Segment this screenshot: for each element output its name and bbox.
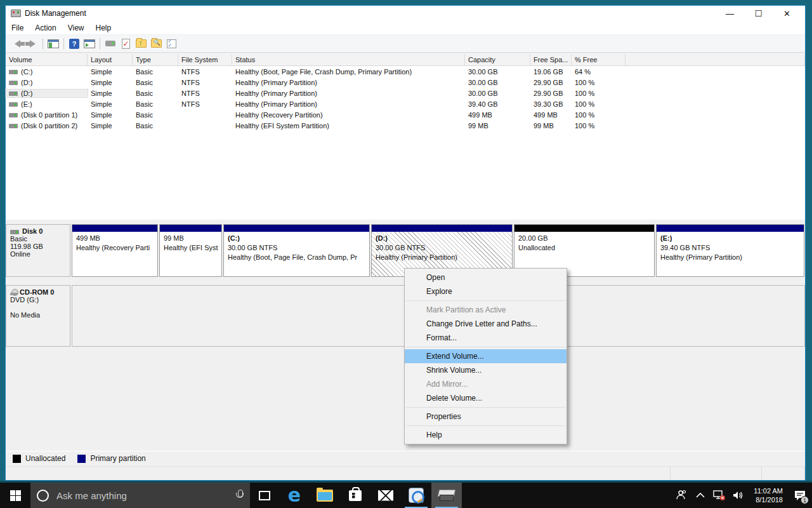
edge-taskbar-button[interactable]: e [279,483,310,508]
volume-icon [9,113,18,117]
partition-c[interactable]: (C:) 30.00 GB NTFS Healthy (Boot, Page F… [223,224,370,277]
table-row-selected[interactable]: (D:) Simple Basic NTFS Healthy (Primary … [6,88,805,98]
store-taskbar-button[interactable] [340,483,370,508]
clock-date: 8/1/2018 [754,495,783,504]
minimize-button[interactable]: — [716,6,744,21]
windows-logo-icon [10,490,21,501]
volume-icon [9,70,18,74]
toolbar-separator [43,38,43,50]
volume-list: Volume Layout Type File System Status Ca… [6,54,805,220]
partition-recovery[interactable]: 499 MB Healthy (Recovery Parti [72,224,158,277]
volume-icon [9,102,18,107]
notification-badge: 1 [801,496,809,504]
help-icon[interactable]: ? [67,37,82,51]
search-placeholder: Ask me anything [56,490,228,501]
partition-efi[interactable]: 99 MB Healthy (EFI Syst [159,224,222,277]
col-free-space[interactable]: Free Spa... [530,54,572,66]
context-menu: Open Explore Mark Partition as Active Ch… [404,268,567,444]
cdrom-label[interactable]: CD-ROM 0 DVD (G:) No Media [6,285,70,347]
col-status[interactable]: Status [232,54,465,66]
menu-item-open[interactable]: Open [405,271,566,284]
table-row[interactable]: (E:) Simple Basic NTFS Healthy (Primary … [6,98,805,109]
partition-color-bar [160,225,221,232]
status-bar [6,466,805,480]
clock-time: 11:02 AM [754,486,783,495]
header-filler [625,54,805,66]
mail-icon [378,490,393,501]
back-icon[interactable] [10,37,25,51]
menu-item-delete-volume[interactable]: Delete Volume... [405,391,566,405]
file-explorer-icon [317,490,333,502]
menu-item-shrink-volume[interactable]: Shrink Volume... [405,363,566,377]
store-icon [349,490,362,501]
menu-item-extend-volume[interactable]: Extend Volume... [405,349,566,363]
speaker-icon[interactable] [731,483,746,508]
people-icon[interactable] [674,483,689,508]
system-tray: 11:02 AM 8/1/2018 1 [674,483,812,508]
clock[interactable]: 11:02 AM 8/1/2018 [750,486,787,504]
taskbar: Ask me anything e 11:02 AM 8/1/2018 1 [0,483,812,508]
menu-file[interactable]: File [6,22,29,34]
close-button[interactable]: ✕ [773,6,801,21]
action-center-button[interactable]: 1 [790,483,809,508]
unallocated-swatch [13,455,21,463]
microphone-icon[interactable] [236,490,244,501]
table-row[interactable]: (D:) Simple Basic NTFS Healthy (Primary … [6,77,805,88]
toolbar-separator [63,38,64,50]
mail-taskbar-button[interactable] [370,483,401,508]
table-row[interactable]: (C:) Simple Basic NTFS Healthy (Boot, Pa… [6,66,805,77]
menu-view[interactable]: View [62,22,90,34]
show-action-pane-icon[interactable] [82,37,97,51]
menu-item-explore[interactable]: Explore [405,284,566,298]
folder-up-icon[interactable] [133,37,148,51]
table-row[interactable]: (Disk 0 partition 1) Simple Basic Health… [6,109,805,120]
menu-separator [406,407,565,408]
window-title: Disk Management [25,9,86,18]
col-capacity[interactable]: Capacity [465,54,530,66]
partition-color-bar [224,225,369,232]
menu-action[interactable]: Action [29,22,62,34]
col-volume[interactable]: Volume [6,54,88,66]
partition-color-bar [657,225,804,232]
menu-item-change-drive-letter[interactable]: Change Drive Letter and Paths... [405,317,566,331]
col-pct-free[interactable]: % Free [572,54,625,66]
chevron-up-icon[interactable] [693,483,708,508]
table-row[interactable]: (Disk 0 partition 2) Simple Basic Health… [6,120,805,131]
col-type[interactable]: Type [133,54,178,66]
network-disconnected-icon[interactable] [712,483,727,508]
menu-item-properties[interactable]: Properties [405,410,566,424]
col-file-system[interactable]: File System [178,54,232,66]
disk-icon [10,230,19,234]
menu-separator [406,300,565,301]
task-view-button[interactable] [250,483,279,508]
partition-tool-icon [409,488,424,503]
folder-search-icon[interactable] [148,37,164,51]
volume-icon [9,81,18,85]
rescan-disks-icon[interactable] [103,37,118,51]
partition-tool-taskbar-button[interactable] [401,483,431,508]
menu-item-mark-active: Mark Partition as Active [405,303,566,317]
start-button[interactable] [0,483,30,508]
file-explorer-taskbar-button[interactable] [310,483,340,508]
volume-icon [9,91,18,96]
partition-color-bar [372,225,512,232]
checklist-icon[interactable] [164,37,179,51]
primary-partition-swatch [77,455,86,463]
task-view-icon [259,491,270,500]
col-layout[interactable]: Layout [88,54,133,66]
disk0-label[interactable]: Disk 0 Basic 119.98 GB Online [6,224,70,277]
disk-management-taskbar-button[interactable] [431,483,462,508]
partition-e[interactable]: (E:) 39.40 GB NTFS Healthy (Primary Part… [656,224,804,277]
menu-item-help[interactable]: Help [405,428,566,442]
console-tree-icon[interactable] [46,37,61,51]
edge-icon: e [288,486,301,504]
cortana-search-box[interactable]: Ask me anything [30,483,250,508]
title-bar[interactable]: Disk Management — ☐ ✕ [6,6,805,21]
maximize-button[interactable]: ☐ [744,6,773,21]
toolbar: ? [6,35,805,53]
legend-unallocated: Unallocated [25,454,65,463]
forward-icon[interactable] [25,37,40,51]
menu-help[interactable]: Help [90,22,117,34]
check-document-icon[interactable] [118,37,133,51]
menu-item-format[interactable]: Format... [405,331,566,345]
